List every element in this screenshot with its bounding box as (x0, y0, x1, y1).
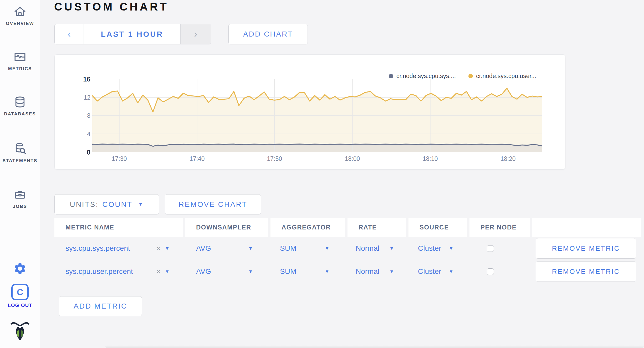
rate-dropdown[interactable]: Normal ▼ (347, 237, 406, 260)
column-header-per-node: PER NODE (469, 218, 530, 237)
sidebar-item-label: JOBS (13, 204, 27, 209)
clear-metric-icon[interactable]: × (156, 244, 161, 253)
sidebar-item-jobs[interactable]: JOBS (0, 188, 40, 209)
sidebar-item-metrics[interactable]: METRICS (0, 50, 40, 71)
logout-button[interactable]: C LOG OUT (0, 284, 40, 308)
sidebar-item-label: STATEMENTS (3, 158, 38, 163)
downsampler-value: AVG (196, 244, 211, 253)
metrics-table: METRIC NAME DOWNSAMPLER AGGREGATOR RATE … (54, 218, 641, 283)
per-node-checkbox[interactable] (487, 245, 494, 252)
time-range-next-button[interactable]: › (180, 24, 211, 44)
add-chart-button[interactable]: ADD CHART (228, 24, 308, 44)
x-axis-tick: 17:40 (190, 155, 205, 162)
downsampler-value: AVG (196, 267, 211, 276)
legend-label: cr.node.sys.cpu.user... (476, 73, 536, 80)
column-header-metric-name: METRIC NAME (54, 218, 183, 237)
chevron-down-icon: ▼ (449, 269, 453, 274)
per-node-cell (469, 237, 530, 260)
metric-name-value[interactable]: sys.cpu.user.percent (65, 267, 133, 276)
metric-name-value[interactable]: sys.cpu.sys.percent (65, 244, 130, 253)
per-node-checkbox[interactable] (487, 268, 494, 275)
clear-metric-icon[interactable]: × (156, 267, 161, 276)
actions-cell: REMOVE METRIC (532, 237, 641, 260)
sidebar: OVERVIEW METRICS DATABASES (0, 0, 40, 348)
rate-value: Normal (356, 267, 379, 276)
aggregator-dropdown[interactable]: SUM ▼ (270, 260, 345, 283)
downsampler-dropdown[interactable]: AVG ▼ (185, 237, 268, 260)
chevron-right-icon: › (194, 29, 197, 40)
add-metric-button[interactable]: ADD METRIC (59, 296, 142, 316)
legend-dot-icon (468, 74, 473, 78)
downsampler-dropdown[interactable]: AVG ▼ (185, 260, 268, 283)
per-node-cell (469, 260, 530, 283)
y-axis-tick: 8 (70, 112, 90, 119)
source-dropdown[interactable]: Cluster ▼ (408, 237, 467, 260)
remove-metric-button[interactable]: REMOVE METRIC (536, 238, 636, 259)
statements-icon (13, 142, 27, 156)
chevron-down-icon: ▼ (449, 246, 453, 251)
logout-label: LOG OUT (8, 303, 32, 308)
chevron-down-icon: ▼ (248, 246, 253, 251)
table-row: sys.cpu.sys.percent × ▼ AVG ▼ SUM ▼ Norm… (54, 237, 641, 260)
x-axis-tick: 18:20 (500, 155, 516, 162)
x-axis-tick: 18:00 (345, 155, 360, 162)
table-header-row: METRIC NAME DOWNSAMPLER AGGREGATOR RATE … (54, 218, 641, 237)
chevron-down-icon: ▼ (325, 246, 329, 251)
cockroach-bug-logo (0, 320, 40, 342)
chevron-left-icon: ‹ (68, 29, 71, 40)
legend-label: cr.node.sys.cpu.sys.... (396, 73, 456, 80)
x-axis-labels: 17:3017:4017:5018:0018:1018:20 (92, 155, 542, 164)
x-axis-tick: 17:50 (267, 155, 282, 162)
x-axis-tick: 17:30 (112, 155, 127, 162)
y-axis-tick: 4 (70, 130, 90, 137)
source-value: Cluster (418, 244, 441, 253)
table-row: sys.cpu.user.percent × ▼ AVG ▼ SUM ▼ Nor… (54, 260, 641, 283)
metric-name-controls: × ▼ (156, 244, 170, 253)
chevron-down-icon: ▼ (389, 269, 394, 274)
sidebar-item-label: OVERVIEW (6, 21, 34, 26)
y-axis-labels: 1612840 (70, 79, 90, 152)
column-header-aggregator: AGGREGATOR (270, 218, 345, 237)
sidebar-item-overview[interactable]: OVERVIEW (0, 5, 40, 26)
cockroach-c-logo: C (11, 284, 29, 300)
source-dropdown[interactable]: Cluster ▼ (408, 260, 467, 283)
sidebar-item-databases[interactable]: DATABASES (0, 95, 40, 117)
actions-cell: REMOVE METRIC (532, 260, 641, 283)
time-range-prev-button[interactable]: ‹ (55, 24, 84, 44)
metrics-icon (13, 50, 27, 64)
sidebar-item-statements[interactable]: STATEMENTS (0, 142, 40, 163)
rate-dropdown[interactable]: Normal ▼ (347, 260, 406, 283)
rate-value: Normal (356, 244, 379, 253)
database-icon (13, 95, 27, 109)
time-range-selector: ‹ LAST 1 HOUR › (54, 24, 211, 44)
column-header-source: SOURCE (408, 218, 467, 237)
remove-metric-button[interactable]: REMOVE METRIC (536, 261, 636, 282)
chevron-down-icon: ▼ (248, 269, 253, 274)
chevron-down-icon[interactable]: ▼ (165, 269, 170, 274)
aggregator-value: SUM (280, 267, 296, 276)
column-header-rate: RATE (347, 218, 406, 237)
x-axis-tick: 18:10 (423, 155, 438, 162)
metric-name-controls: × ▼ (156, 267, 170, 276)
y-axis-tick: 16 (70, 75, 90, 83)
chevron-down-icon: ▼ (138, 202, 144, 207)
aggregator-dropdown[interactable]: SUM ▼ (270, 237, 345, 260)
chevron-down-icon[interactable]: ▼ (165, 246, 170, 251)
page-title: CUSTOM CHART (54, 1, 169, 13)
legend-dot-icon (389, 74, 393, 78)
gear-icon (13, 262, 27, 277)
metric-name-cell: sys.cpu.sys.percent × ▼ (54, 237, 183, 260)
legend-item[interactable]: cr.node.sys.cpu.user... (468, 73, 536, 80)
column-header-downsampler: DOWNSAMPLER (185, 218, 268, 237)
settings-button[interactable] (0, 262, 40, 277)
time-range-value[interactable]: LAST 1 HOUR (84, 24, 180, 44)
chevron-down-icon: ▼ (325, 269, 329, 274)
remove-chart-button[interactable]: REMOVE CHART (165, 194, 261, 214)
metric-name-cell: sys.cpu.user.percent × ▼ (54, 260, 183, 283)
units-value: COUNT (102, 200, 132, 209)
y-axis-tick: 0 (70, 149, 90, 156)
legend-item[interactable]: cr.node.sys.cpu.sys.... (389, 73, 456, 80)
units-dropdown[interactable]: UNITS: COUNT ▼ (54, 194, 159, 214)
logo-letter: C (17, 287, 23, 297)
chevron-down-icon: ▼ (389, 246, 394, 251)
